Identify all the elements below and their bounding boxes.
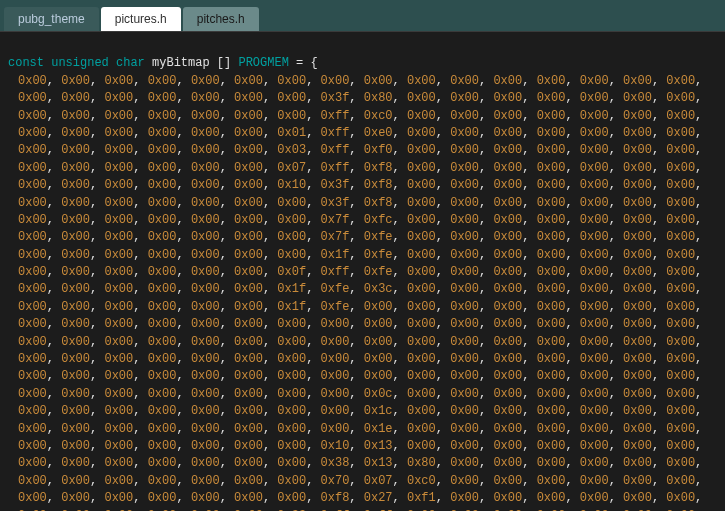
hex-row: 0x00, 0x00, 0x00, 0x00, 0x00, 0x00, 0x00… [8,212,717,229]
hex-row: 0x00, 0x00, 0x00, 0x00, 0x00, 0x00, 0x00… [8,316,717,333]
tab-pictures-h[interactable]: pictures.h [101,7,181,31]
hex-row: 0x00, 0x00, 0x00, 0x00, 0x00, 0x00, 0x00… [8,351,717,368]
hex-row: 0x00, 0x00, 0x00, 0x00, 0x00, 0x00, 0x00… [8,229,717,246]
progmem: PROGMEM [238,56,288,70]
tab-pitches-h[interactable]: pitches.h [183,7,259,31]
hex-row: 0x00, 0x00, 0x00, 0x00, 0x00, 0x00, 0x00… [8,386,717,403]
hex-row: 0x00, 0x00, 0x00, 0x00, 0x00, 0x00, 0x00… [8,368,717,385]
hex-row: 0x00, 0x00, 0x00, 0x00, 0x00, 0x00, 0x1f… [8,299,717,316]
declaration-line: const unsigned char myBitmap [] PROGMEM … [8,55,717,72]
hex-row: 0x00, 0x00, 0x00, 0x00, 0x00, 0x00, 0x00… [8,73,717,90]
identifier: myBitmap [152,56,210,70]
hex-row: 0x00, 0x00, 0x00, 0x00, 0x00, 0x00, 0x00… [8,455,717,472]
hex-row: 0x00, 0x00, 0x00, 0x00, 0x00, 0x00, 0x00… [8,195,717,212]
hex-row: 0x00, 0x00, 0x00, 0x00, 0x00, 0x00, 0x03… [8,142,717,159]
hex-row: 0x00, 0x00, 0x00, 0x00, 0x00, 0x00, 0x00… [8,108,717,125]
hex-row: 0x00, 0x00, 0x00, 0x00, 0x00, 0x00, 0x01… [8,125,717,142]
hex-row: 0x00, 0x00, 0x00, 0x00, 0x00, 0x00, 0x07… [8,160,717,177]
hex-row: 0x00, 0x00, 0x00, 0x00, 0x00, 0x00, 0x00… [8,334,717,351]
hex-row: 0x00, 0x00, 0x00, 0x00, 0x00, 0x00, 0x00… [8,247,717,264]
hex-row: 0x00, 0x00, 0x00, 0x00, 0x00, 0x00, 0x00… [8,490,717,507]
code-editor[interactable]: const unsigned char myBitmap [] PROGMEM … [0,32,725,511]
tab-bar: pubg_theme pictures.h pitches.h [0,0,725,32]
hex-row: 0x00, 0x00, 0x00, 0x00, 0x00, 0x00, 0x00… [8,90,717,107]
brackets: [] [217,56,231,70]
open-brace: = { [296,56,318,70]
keywords: const unsigned char [8,56,145,70]
hex-row: 0x00, 0x00, 0x00, 0x00, 0x00, 0x00, 0x0f… [8,264,717,281]
hex-body: 0x00, 0x00, 0x00, 0x00, 0x00, 0x00, 0x00… [8,73,717,511]
tab-pubg-theme[interactable]: pubg_theme [4,7,99,31]
hex-row: 0x00, 0x00, 0x00, 0x00, 0x00, 0x00, 0x00… [8,403,717,420]
hex-row: 0x00, 0x00, 0x00, 0x00, 0x00, 0x00, 0x1f… [8,281,717,298]
hex-row: 0x00, 0x00, 0x00, 0x00, 0x00, 0x00, 0x00… [8,421,717,438]
hex-row: 0x00, 0x00, 0x00, 0x00, 0x00, 0x00, 0x00… [8,473,717,490]
hex-row: 0x00, 0x00, 0x00, 0x00, 0x00, 0x00, 0x10… [8,177,717,194]
hex-row: 0x00, 0x00, 0x00, 0x00, 0x00, 0x00, 0x33… [8,508,717,511]
hex-row: 0x00, 0x00, 0x00, 0x00, 0x00, 0x00, 0x00… [8,438,717,455]
